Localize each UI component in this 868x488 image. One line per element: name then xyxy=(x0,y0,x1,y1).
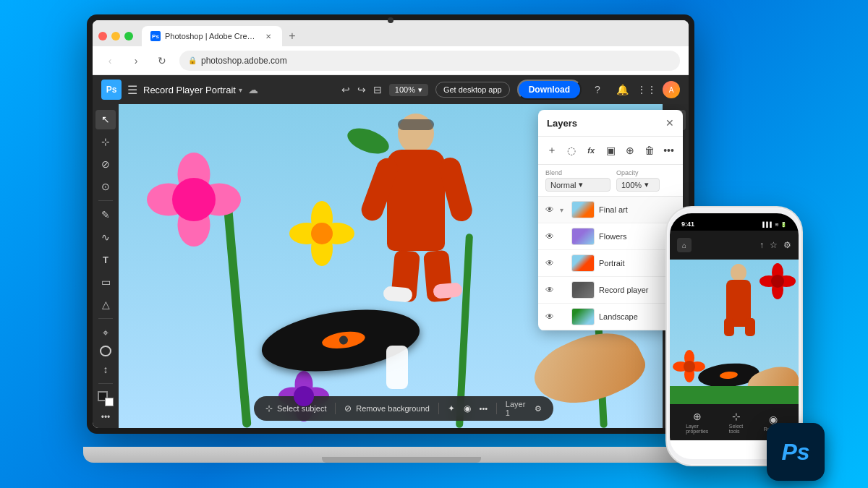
tool-pen[interactable]: ∿ xyxy=(95,228,116,247)
white-bag xyxy=(386,346,408,389)
tool-divider-1 xyxy=(98,200,113,201)
more-icon: ••• xyxy=(479,404,488,413)
layer-item-landscape[interactable]: 👁 Landscape xyxy=(538,304,683,330)
tool-ellipse[interactable] xyxy=(100,346,111,356)
tool-lasso[interactable]: ⊘ xyxy=(95,155,116,174)
tab-favicon: Ps xyxy=(150,31,161,41)
tool-brush[interactable]: ✎ xyxy=(95,205,116,225)
redo-button[interactable]: ↪ xyxy=(357,84,366,95)
arrange-button[interactable]: ⊟ xyxy=(373,84,382,95)
layer-visibility-icon[interactable]: 👁 xyxy=(545,285,556,295)
browser-window: Ps Photoshop | Adobe Creative C... ✕ + ‹… xyxy=(93,20,689,428)
more-tools-button[interactable]: ••• xyxy=(101,412,111,422)
foreground-background-colors[interactable] xyxy=(98,391,114,406)
ps-app-icon: Ps xyxy=(767,423,825,481)
layer-visibility-icon[interactable]: 👁 xyxy=(545,312,556,322)
generate-button[interactable]: ✦ xyxy=(447,403,454,414)
layer-item-flowers[interactable]: 👁 Flowers xyxy=(538,223,683,250)
blend-mode-select[interactable]: Normal ▾ xyxy=(545,178,610,192)
title-dropdown-arrow[interactable]: ▾ xyxy=(239,86,242,94)
laptop-container: Ps Photoshop | Adobe Creative C... ✕ + ‹… xyxy=(87,14,716,463)
back-button[interactable]: ‹ xyxy=(101,52,119,69)
refresh-button[interactable]: ↻ xyxy=(153,52,171,69)
more-options-button[interactable]: ••• xyxy=(479,404,488,413)
ps-toolbar-controls: ↩ ↪ ⊟ 100% ▾ Get desktop app Download ? … xyxy=(341,80,680,100)
layer-name-text: Final art xyxy=(599,205,676,214)
tool-text[interactable]: T xyxy=(95,250,116,270)
phone-tool-select[interactable]: ⊹ Selecttools xyxy=(729,411,743,434)
layer-visibility-icon[interactable]: 👁 xyxy=(545,231,556,241)
hamburger-menu-button[interactable]: ☰ xyxy=(127,83,137,97)
download-button[interactable]: Download xyxy=(517,80,582,100)
tool-transform[interactable]: ↕ xyxy=(95,359,116,379)
remove-background-button[interactable]: ⊘ Remove background xyxy=(344,403,430,414)
blend-mode-group: Blend Normal ▾ xyxy=(545,169,610,192)
new-tab-button[interactable]: + xyxy=(282,26,302,46)
tool-shape[interactable]: ▭ xyxy=(95,272,116,291)
fx-button[interactable]: fx xyxy=(584,142,598,158)
phone-more-icon[interactable]: ⚙ xyxy=(783,240,791,250)
tool-selection[interactable]: ⊹ xyxy=(95,132,116,152)
delete-layer-button[interactable]: 🗑 xyxy=(642,142,656,158)
minimize-window-button[interactable] xyxy=(111,32,120,40)
url-input[interactable]: 🔒 photoshop.adobe.com xyxy=(179,51,680,71)
phone-settings-icon[interactable]: ☆ xyxy=(770,240,778,250)
layer-item-portrait[interactable]: 👁 Portrait xyxy=(538,250,683,277)
help-button[interactable]: ? xyxy=(589,81,606,98)
tool-move[interactable]: ↖ xyxy=(95,110,116,129)
layers-close-button[interactable]: ✕ xyxy=(665,117,674,129)
forward-button[interactable]: › xyxy=(127,52,145,69)
close-window-button[interactable] xyxy=(98,32,107,40)
zoom-control[interactable]: 100% ▾ xyxy=(389,84,428,96)
add-layer-button[interactable]: ＋ xyxy=(545,142,559,158)
layer-thumbnail xyxy=(571,228,595,245)
phone-home-icon[interactable]: ⌂ xyxy=(677,238,692,252)
document-title[interactable]: Record Player Portrait ▾ xyxy=(143,85,242,95)
select-subject-icon: ⊹ xyxy=(265,403,273,414)
remove-bg-icon: ⊘ xyxy=(344,403,352,414)
gen-fill-icon: ◉ xyxy=(463,403,470,414)
phone-upload-icon[interactable]: ↑ xyxy=(760,240,764,250)
generate-icon: ✦ xyxy=(447,403,454,414)
generative-fill-button[interactable]: ◉ xyxy=(463,403,470,414)
get-desktop-app-button[interactable]: Get desktop app xyxy=(435,82,510,98)
browser-tab-active[interactable]: Ps Photoshop | Adobe Creative C... ✕ xyxy=(142,26,282,46)
tool-crop[interactable]: ⊙ xyxy=(95,176,116,196)
layer-visibility-icon[interactable]: 👁 xyxy=(545,258,556,268)
layer-visibility-icon[interactable]: 👁 xyxy=(545,205,556,215)
layer-item-record-player[interactable]: 👁 Record player xyxy=(538,277,683,304)
ps-top-toolbar: Ps ☰ Record Player Portrait ▾ ☁ ↩ ↪ ⊟ 10… xyxy=(93,75,689,104)
tool-pin[interactable]: ⌖ xyxy=(95,323,116,343)
group-button[interactable]: ⊕ xyxy=(623,142,637,158)
layer-thumbnail xyxy=(571,254,595,272)
layers-icon: ⊕ xyxy=(693,411,702,422)
pink-flower xyxy=(147,153,241,247)
left-tools-panel: ↖ ⊹ ⊘ ⊙ ✎ ∿ T ▭ △ ⌖ ↕ xyxy=(93,104,119,428)
phone-tool-layers[interactable]: ⊕ Layerproperties xyxy=(686,411,708,434)
layer-name-text: Landscape xyxy=(599,312,676,321)
select-subject-button[interactable]: ⊹ Select subject xyxy=(265,403,326,414)
tool-gradient[interactable]: △ xyxy=(95,294,116,314)
phone-time: 9:41 xyxy=(681,215,694,228)
layer-item-final-art[interactable]: 👁 ▾ Final art xyxy=(538,197,683,223)
canvas-area[interactable]: Layers ✕ ＋ ◌ fx ▣ ⊕ 🗑 ••• xyxy=(119,104,689,428)
opacity-select[interactable]: 100% ▾ xyxy=(616,178,660,192)
layer-name-text: Flowers xyxy=(599,232,676,241)
notifications-button[interactable]: 🔔 xyxy=(613,81,631,98)
user-avatar[interactable]: A xyxy=(663,81,680,98)
mask-button[interactable]: ▣ xyxy=(604,142,618,158)
layer-expand-icon[interactable]: ▾ xyxy=(560,206,567,214)
more-layer-options[interactable]: ••• xyxy=(662,142,676,158)
apps-grid-button[interactable]: ⋮⋮ xyxy=(638,81,655,98)
layer-settings-button[interactable]: ⚙ xyxy=(535,404,542,414)
tab-close-button[interactable]: ✕ xyxy=(263,31,273,41)
ps-app-logo-text: Ps xyxy=(781,439,809,466)
undo-button[interactable]: ↩ xyxy=(341,84,350,95)
layers-label: Layerproperties xyxy=(686,424,708,434)
bottom-bar-separator-3 xyxy=(496,403,497,414)
adjust-layer-button[interactable]: ◌ xyxy=(565,142,579,158)
bottom-bar-separator-2 xyxy=(438,403,439,414)
phone-toolbar: ⌂ ↑ ☆ ⚙ xyxy=(670,231,799,260)
maximize-window-button[interactable] xyxy=(124,32,133,40)
remove-bg-label: Remove background xyxy=(356,404,430,413)
